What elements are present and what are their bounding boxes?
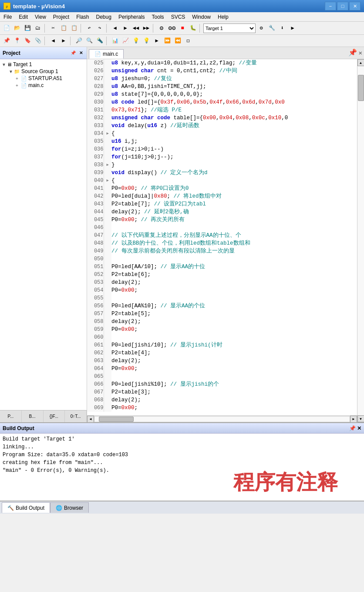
menu-debug[interactable]: Debug bbox=[93, 12, 115, 21]
tb2-btn6[interactable]: ▶ bbox=[59, 36, 68, 46]
maximize-button[interactable]: □ bbox=[337, 2, 348, 10]
tb2-btn13[interactable]: 💡 bbox=[142, 36, 151, 46]
code-close-icon[interactable]: ✕ bbox=[359, 49, 362, 57]
menu-edit[interactable]: Edit bbox=[15, 12, 31, 21]
vertical-scrollbar[interactable]: ▲ ▼ bbox=[357, 59, 364, 422]
minimize-button[interactable]: − bbox=[325, 2, 336, 10]
line-number: 042 bbox=[87, 192, 104, 200]
new-button[interactable]: 📄 bbox=[2, 24, 11, 33]
titlebar-controls[interactable]: − □ ✕ bbox=[325, 2, 361, 10]
build-pin-icon[interactable]: 📌 bbox=[349, 425, 356, 431]
tb2-btn8[interactable]: 🔍 bbox=[84, 36, 94, 46]
tree-item-startup[interactable]: + 📄 STARTUP.A51 bbox=[0, 75, 87, 82]
tb2-btn11[interactable]: 📈 bbox=[121, 36, 130, 46]
proj-tab-f[interactable]: {}F... bbox=[44, 410, 65, 422]
tb2-btn5[interactable]: ◀ bbox=[48, 36, 58, 46]
close-button[interactable]: ✕ bbox=[349, 2, 361, 10]
target-select[interactable]: Target 1 bbox=[203, 24, 256, 33]
toolbar-separator5 bbox=[199, 24, 202, 33]
menu-file[interactable]: File bbox=[0, 12, 15, 21]
expand-target1[interactable]: ▼ bbox=[2, 62, 7, 67]
hscroll-thumb[interactable] bbox=[99, 417, 134, 422]
undo-button[interactable]: ↶ bbox=[84, 24, 94, 33]
project-close-button[interactable]: ✕ bbox=[78, 50, 84, 55]
project-header-controls[interactable]: 📌 ✕ bbox=[69, 50, 84, 55]
menu-project[interactable]: Project bbox=[50, 12, 73, 21]
menu-tools[interactable]: Tools bbox=[148, 12, 168, 21]
line-marker bbox=[104, 224, 111, 232]
tb2-btn17[interactable]: ◻ bbox=[183, 36, 193, 46]
tree-item-target1[interactable]: ▼ 🖥 Target 1 bbox=[0, 61, 87, 68]
tb2-btn16[interactable]: ⏪ bbox=[173, 36, 182, 46]
expand-mainc[interactable]: + bbox=[16, 83, 21, 88]
load-button[interactable]: ⬇ bbox=[277, 24, 287, 33]
menu-svcs[interactable]: SVCS bbox=[168, 12, 189, 21]
project-pin-button[interactable]: 📌 bbox=[69, 50, 77, 55]
code-content[interactable]: 025u8 key,x,y,duia=10,duib=11,zl,z2,flag… bbox=[87, 59, 357, 415]
paste-button[interactable]: 📋 bbox=[69, 24, 79, 33]
menu-flash[interactable]: Flash bbox=[73, 12, 92, 21]
nav-fwd2-button[interactable]: ▶▶ bbox=[142, 24, 151, 33]
menu-window[interactable]: Window bbox=[189, 12, 214, 21]
buildoutput-tab-icon: 🔨 bbox=[7, 505, 14, 511]
code-tab-mainc[interactable]: 📄 main.c bbox=[89, 49, 124, 59]
hscroll-right[interactable]: ▶ bbox=[350, 416, 357, 423]
build-button[interactable]: ⚙ bbox=[157, 24, 166, 33]
bottom-tab-buildoutput[interactable]: 🔨 Build Output bbox=[2, 502, 50, 513]
nav-back-button[interactable]: ◀ bbox=[110, 24, 120, 33]
menu-peripherals[interactable]: Peripherals bbox=[115, 12, 148, 21]
menu-help[interactable]: Help bbox=[214, 12, 232, 21]
build-output-content: Build target 'Target 1'linking...Program… bbox=[0, 434, 364, 501]
tb2-btn10[interactable]: 📊 bbox=[110, 36, 120, 46]
vscroll-down[interactable]: ▼ bbox=[357, 415, 364, 422]
open-button[interactable]: 📂 bbox=[12, 24, 22, 33]
manage-button[interactable]: ⚙ bbox=[256, 24, 266, 33]
hscroll-track[interactable] bbox=[94, 416, 350, 422]
vscroll-up[interactable]: ▲ bbox=[357, 59, 364, 66]
line-number: 036 bbox=[87, 145, 104, 153]
horizontal-scrollbar[interactable]: ◀ ▶ bbox=[87, 415, 357, 422]
tb2-btn9[interactable]: 🔦 bbox=[95, 36, 104, 46]
tree-item-sourcegroup1[interactable]: ▼ 📁 Source Group 1 bbox=[0, 68, 87, 75]
tb2-btn15[interactable]: ⏩ bbox=[162, 36, 172, 46]
tb2-btn1[interactable]: 📌 bbox=[2, 36, 11, 46]
build-output-title: Build Output bbox=[3, 425, 34, 431]
hscroll-left[interactable]: ◀ bbox=[87, 416, 94, 423]
debug-button[interactable]: 🐛 bbox=[188, 24, 198, 33]
nav-back2-button[interactable]: ◀◀ bbox=[131, 24, 141, 33]
tb2-btn3[interactable]: 🔖 bbox=[23, 36, 32, 46]
tb2-btn7[interactable]: 🔎 bbox=[74, 36, 84, 46]
save-button[interactable]: 💾 bbox=[23, 24, 32, 33]
build-close-icon[interactable]: ✕ bbox=[357, 425, 361, 431]
vscroll-thumb[interactable] bbox=[358, 75, 364, 101]
line-marker bbox=[104, 279, 111, 286]
expand-startup[interactable]: + bbox=[16, 76, 21, 81]
proj-tab-b[interactable]: B... bbox=[22, 410, 44, 422]
copy-button[interactable]: 📋 bbox=[59, 24, 68, 33]
build-output-controls[interactable]: 📌 ✕ bbox=[349, 425, 361, 431]
menu-view[interactable]: View bbox=[31, 12, 50, 21]
bottom-tab-browser[interactable]: 🌐 Browser bbox=[50, 502, 89, 513]
vscroll-track[interactable] bbox=[357, 66, 364, 415]
code-tab-controls[interactable]: 📌 ✕ bbox=[348, 48, 362, 59]
proj-tab-p[interactable]: P... bbox=[0, 410, 22, 422]
proj-tab-t[interactable]: 0↑T... bbox=[65, 410, 87, 422]
save-all-button[interactable]: 🗂 bbox=[33, 24, 43, 33]
code-pin-icon[interactable]: 📌 bbox=[348, 48, 357, 57]
run-button[interactable]: ▶ bbox=[288, 24, 297, 33]
tb2-btn2[interactable]: 📍 bbox=[12, 36, 22, 46]
nav-fwd-button[interactable]: ▶ bbox=[121, 24, 130, 33]
bottom-tabbar: 🔨 Build Output 🌐 Browser bbox=[0, 501, 364, 514]
tb2-btn12[interactable]: 💡 bbox=[131, 36, 141, 46]
tb2-btn4[interactable]: 📎 bbox=[33, 36, 43, 46]
cut-button[interactable]: ✂ bbox=[48, 24, 58, 33]
expand-sourcegroup1[interactable]: ▼ bbox=[9, 69, 14, 74]
redo-button[interactable]: ↷ bbox=[95, 24, 104, 33]
tree-item-mainc[interactable]: + 📄 main.c bbox=[0, 82, 87, 89]
options-button[interactable]: 🔧 bbox=[267, 24, 276, 33]
code-line-066: 066 P0=led[jishi%10]; // 显示jishi的个 bbox=[87, 380, 357, 388]
line-number: 057 bbox=[87, 310, 104, 318]
stop-button[interactable]: ■ bbox=[178, 24, 187, 33]
build-all-button[interactable]: ⚙⚙ bbox=[167, 24, 177, 33]
tb2-btn14[interactable]: ▶ bbox=[152, 36, 162, 46]
